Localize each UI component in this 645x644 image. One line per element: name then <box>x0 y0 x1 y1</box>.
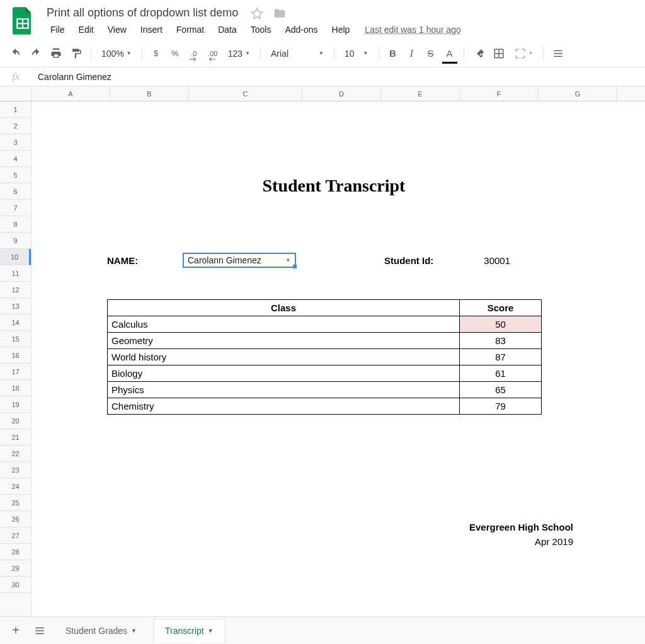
menu-format[interactable]: Format <box>170 22 210 37</box>
row-header[interactable]: 13 <box>0 298 31 314</box>
row-header[interactable]: 29 <box>0 560 31 577</box>
chevron-down-icon[interactable]: ▼ <box>131 628 137 634</box>
table-row: Chemistry79 <box>108 398 542 415</box>
row-header[interactable]: 30 <box>0 577 31 593</box>
row-header[interactable]: 27 <box>0 527 31 544</box>
row-header[interactable]: 9 <box>0 233 31 249</box>
row-header[interactable]: 22 <box>0 446 31 462</box>
sheets-logo-icon[interactable] <box>10 5 35 37</box>
italic-button[interactable]: I <box>403 45 421 62</box>
star-icon[interactable] <box>251 7 263 20</box>
font-family-dropdown[interactable]: Arial▼ <box>266 47 329 60</box>
table-row: Biology61 <box>108 365 542 382</box>
sheet-tab-transcript[interactable]: Transcript▼ <box>153 619 225 642</box>
merge-cells-dropdown[interactable]: ▼ <box>510 47 539 60</box>
row-header[interactable]: 7 <box>0 200 31 216</box>
folder-icon[interactable] <box>273 7 286 20</box>
text-color-button[interactable]: A <box>441 45 459 62</box>
cell-class[interactable]: Calculus <box>108 316 460 333</box>
cell-class[interactable]: World history <box>108 349 460 365</box>
row-header[interactable]: 16 <box>0 347 31 364</box>
row-header[interactable]: 4 <box>0 151 31 167</box>
row-header[interactable]: 10 <box>0 249 31 265</box>
font-size-dropdown[interactable]: 10▼ <box>340 47 374 60</box>
cell-class[interactable]: Geometry <box>108 333 460 349</box>
row-header[interactable]: 23 <box>0 462 31 478</box>
increase-decimal[interactable]: .00 <box>204 45 222 62</box>
row-header[interactable]: 3 <box>0 134 31 151</box>
column-header[interactable]: C <box>189 86 302 101</box>
fx-label: fx <box>0 71 31 83</box>
chevron-down-icon[interactable]: ▼ <box>208 628 214 634</box>
column-header[interactable]: D <box>302 86 381 101</box>
sheet-tab-student-grades[interactable]: Student Grades▼ <box>54 619 148 642</box>
column-header[interactable]: G <box>539 86 617 101</box>
row-header[interactable]: 18 <box>0 380 31 396</box>
row-header[interactable]: 8 <box>0 216 31 233</box>
format-percent[interactable]: % <box>166 45 184 62</box>
format-currency[interactable]: $ <box>147 45 165 62</box>
cell-score[interactable]: 50 <box>460 316 542 333</box>
undo-icon[interactable] <box>6 45 25 62</box>
add-sheet-button[interactable]: + <box>6 621 25 640</box>
grid-area: 1234567891011121314151617181920212223242… <box>0 86 645 616</box>
row-header[interactable]: 24 <box>0 478 31 495</box>
row-header[interactable]: 26 <box>0 511 31 527</box>
row-header[interactable]: 2 <box>0 118 31 134</box>
select-all-corner[interactable] <box>0 86 31 101</box>
cell-score[interactable]: 61 <box>460 365 542 382</box>
cell-score[interactable]: 65 <box>460 382 542 398</box>
fill-color-icon[interactable] <box>469 45 488 62</box>
column-headers: ABCDEFG <box>31 86 645 101</box>
menu-file[interactable]: File <box>44 22 71 37</box>
chevron-down-icon[interactable]: ▼ <box>285 257 291 263</box>
name-dropdown-cell[interactable]: Carolann Gimenez ▼ <box>183 253 296 268</box>
row-header[interactable]: 11 <box>0 265 31 282</box>
borders-icon[interactable] <box>489 45 508 62</box>
column-header[interactable]: B <box>110 86 189 101</box>
row-header[interactable]: 12 <box>0 282 31 298</box>
row-header[interactable]: 28 <box>0 544 31 560</box>
cell-score[interactable]: 87 <box>460 349 542 365</box>
menu-view[interactable]: View <box>101 22 133 37</box>
cell-score[interactable]: 83 <box>460 333 542 349</box>
row-header[interactable]: 25 <box>0 495 31 511</box>
document-title[interactable]: Print all options of dropdown list demo <box>44 5 241 21</box>
redo-icon[interactable] <box>26 45 45 62</box>
row-header[interactable]: 17 <box>0 364 31 380</box>
cell-score[interactable]: 79 <box>460 398 542 415</box>
row-header[interactable]: 14 <box>0 314 31 331</box>
bold-button[interactable]: B <box>384 45 402 62</box>
print-icon[interactable] <box>47 45 66 62</box>
format-more-dropdown[interactable]: 123▼ <box>223 47 255 60</box>
row-header[interactable]: 21 <box>0 429 31 446</box>
column-header[interactable]: A <box>31 86 110 101</box>
all-sheets-icon[interactable] <box>30 621 49 640</box>
column-header[interactable]: F <box>460 86 539 101</box>
menu-insert[interactable]: Insert <box>134 22 169 37</box>
cell-class[interactable]: Physics <box>108 382 460 398</box>
grid-body[interactable]: ABCDEFG Student Transcript NAME: Carolan… <box>31 86 645 616</box>
formula-input[interactable]: Carolann Gimenez <box>31 69 645 84</box>
zoom-dropdown[interactable]: 100%▼ <box>96 47 137 60</box>
column-header[interactable]: E <box>381 86 460 101</box>
cell-fill-handle[interactable] <box>293 265 297 268</box>
menu-tools[interactable]: Tools <box>244 22 278 37</box>
cell-class[interactable]: Biology <box>108 365 460 382</box>
cell-class[interactable]: Chemistry <box>108 398 460 415</box>
row-header[interactable]: 5 <box>0 167 31 183</box>
menu-addons[interactable]: Add-ons <box>278 22 324 37</box>
row-header[interactable]: 19 <box>0 396 31 413</box>
row-header[interactable]: 20 <box>0 413 31 429</box>
paint-format-icon[interactable] <box>67 45 86 62</box>
menu-edit[interactable]: Edit <box>72 22 100 37</box>
row-header[interactable]: 1 <box>0 101 31 118</box>
row-header[interactable]: 6 <box>0 183 31 200</box>
menu-help[interactable]: Help <box>326 22 357 37</box>
strikethrough-button[interactable]: S <box>422 45 440 62</box>
menu-data[interactable]: Data <box>212 22 243 37</box>
last-edit-link[interactable]: Last edit was 1 hour ago <box>365 25 461 35</box>
row-header[interactable]: 15 <box>0 331 31 347</box>
align-icon[interactable] <box>549 45 568 62</box>
decrease-decimal[interactable]: .0 <box>185 45 203 62</box>
